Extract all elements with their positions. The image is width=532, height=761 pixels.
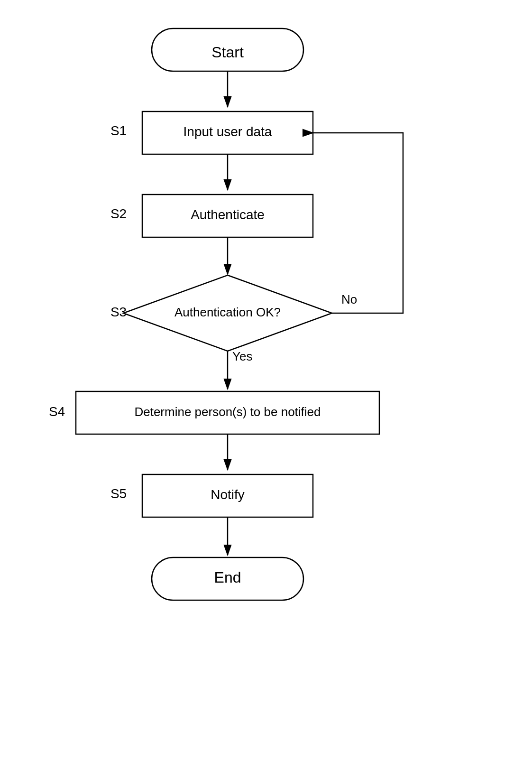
s3-text: Authentication OK? [174,305,281,319]
s4-label: S4 [49,404,65,419]
s2-text: Authenticate [191,207,265,222]
flowchart-diagram: Start S1 Input user data S2 Authenticate… [0,0,532,761]
s2-node: S2 Authenticate [110,195,313,237]
yes-label: Yes [232,349,252,363]
s4-node: S4 Determine person(s) to be notified [49,391,379,434]
start-node: Start [152,28,303,71]
s2-label: S2 [110,206,127,221]
s1-label: S1 [110,123,127,138]
arrow-no-feedback [313,133,403,313]
s4-text: Determine person(s) to be notified [134,405,321,419]
end-label: End [214,569,241,586]
no-label: No [341,292,357,306]
s1-node: S1 Input user data [110,111,313,154]
start-label: Start [211,44,244,61]
s1-text: Input user data [183,124,272,139]
s5-node: S5 Notify [110,474,313,517]
s3-label: S3 [110,305,127,319]
s5-text: Notify [211,487,245,502]
s3-node: S3 Authentication OK? [110,275,332,351]
end-node: End [152,557,303,600]
s5-label: S5 [110,486,127,501]
